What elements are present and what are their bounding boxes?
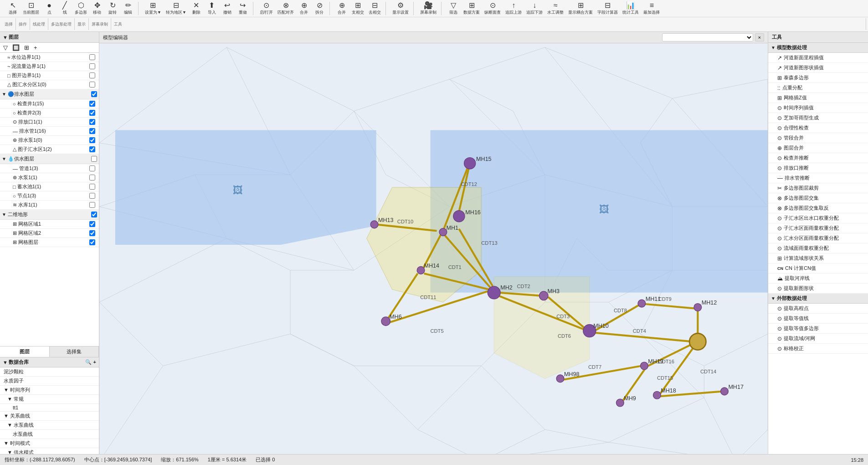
water-supply-section-header[interactable]: ▼ 💧 供水图层: [0, 154, 99, 164]
node-MH1[interactable]: [439, 228, 447, 236]
tab-layer[interactable]: 图层: [0, 346, 50, 357]
canvas-svg[interactable]: CDT12 CDT10 CDT1 CDT13 CDT11 CDT5 CDT2 C…: [99, 43, 768, 465]
right-extract-contour[interactable]: ⊙ 提取等值线: [768, 314, 868, 324]
layer-outfall[interactable]: ⊙ 排放口1(1): [0, 118, 99, 127]
data-pump-curve2[interactable]: 水泵曲线: [0, 430, 99, 439]
right-subcatch-outlet[interactable]: ⊙ 子汇水区出水口权重分配: [768, 213, 868, 223]
point-tool-btn[interactable]: ● 点: [42, 1, 56, 16]
right-polygon-intersect[interactable]: ⊗ 多边形图层交集: [768, 193, 868, 203]
water-adjust-btn[interactable]: ≈ 水工调整: [545, 1, 565, 16]
current-layer-btn[interactable]: ⊡ 当前图层: [21, 1, 41, 16]
layer-subcatchment[interactable]: △ 图子汇水区1(2): [0, 145, 99, 154]
data-sediment[interactable]: 泥沙颗粒: [0, 367, 99, 377]
node-outlet[interactable]: [689, 333, 706, 350]
open-boundary-check[interactable]: [89, 72, 95, 78]
right-extract-watershed[interactable]: ⊙ 提取流域/河网: [768, 334, 868, 344]
right-outfall-infer[interactable]: ⊙ 排放口推断: [768, 163, 868, 173]
mud-boundary-check[interactable]: [89, 63, 95, 69]
section-check-btn[interactable]: ⊙ 纵断面查: [483, 1, 503, 16]
right-pipe-merge[interactable]: ⊙ 管段合并: [768, 133, 868, 143]
import-btn[interactable]: ⬆ 导入: [205, 1, 219, 16]
layer-supply-pump[interactable]: ⊛ 水泵1(1): [0, 173, 99, 182]
stat-calc-btn[interactable]: 📊 统计工具: [621, 1, 641, 16]
pump-check[interactable]: [89, 137, 95, 143]
data-water-quality[interactable]: 水质因子: [0, 377, 99, 386]
water-boundary-check[interactable]: [89, 54, 95, 60]
data-add-btn[interactable]: +: [93, 359, 96, 365]
right-polygon-intersect-inv[interactable]: ⊗ 多边形图层交集取反: [768, 203, 868, 213]
layer-grid-layer[interactable]: ⊞ 网格图层: [0, 238, 99, 247]
canvas-area[interactable]: CDT12 CDT10 CDT1 CDT13 CDT11 CDT5 CDT2 C…: [99, 43, 768, 465]
combine-btn[interactable]: ⊕ 合并: [297, 1, 311, 16]
manhole2-check[interactable]: [89, 110, 95, 116]
convert-region-btn[interactable]: ⊟ 转为地区▼: [164, 1, 188, 16]
drainage-section-header[interactable]: ▼ 🔵 排水图层: [0, 89, 99, 99]
right-chicago-rain[interactable]: ⊙ 芝加哥雨型生成: [768, 113, 868, 123]
right-extract-contour-polygon[interactable]: ⊙ 提取等值多边形: [768, 324, 868, 334]
layer-grid1[interactable]: ⊞ 网格区域1: [0, 220, 99, 229]
layer-grid2[interactable]: ⊞ 网格区域2: [0, 229, 99, 238]
manhole1-check[interactable]: [89, 101, 95, 107]
outfall-check[interactable]: [89, 119, 95, 125]
drainage-section-check[interactable]: [91, 91, 97, 97]
node-MH15[interactable]: [464, 158, 476, 169]
select-tool-btn[interactable]: ↖ 选择: [5, 1, 20, 16]
right-river-elevation[interactable]: ↗ 河道新面里程插值: [768, 53, 868, 63]
right-layer-merge[interactable]: ⊕ 图层合并: [768, 143, 868, 153]
trace-down-btn[interactable]: ↓ 追踪下游: [524, 1, 544, 16]
trace-up-btn[interactable]: ↑ 追踪上游: [503, 1, 524, 16]
right-grid-correct[interactable]: ⊙ 标格校正: [768, 344, 868, 354]
node-MH13[interactable]: [370, 221, 378, 228]
right-extract-elevation[interactable]: ⊙ 提取高程点: [768, 304, 868, 314]
data-relations[interactable]: ▼ 关系曲线: [0, 412, 99, 421]
header-close-btn[interactable]: ×: [755, 33, 764, 41]
layer-collapse-btn[interactable]: 🔲: [11, 44, 21, 52]
display-coupled-btn[interactable]: ⊞ 显示耦合方案: [566, 1, 595, 16]
data-time-series[interactable]: ▼ 时间序列: [0, 386, 99, 395]
layer-manhole1[interactable]: ○ 检查井1(15): [0, 99, 99, 108]
node-MH6[interactable]: [381, 317, 390, 326]
data-tt1[interactable]: tt1: [0, 404, 99, 412]
display-settings-btn[interactable]: ⚙ 显示设置: [390, 1, 411, 16]
layer-lake[interactable]: ≋ 水库1(1): [0, 201, 99, 210]
node-MH14[interactable]: [417, 267, 425, 274]
set-as-btn[interactable]: ⊞ 设置为▼: [143, 1, 163, 16]
filter-btn[interactable]: ▽ 筛选: [446, 1, 461, 16]
layer-pipe[interactable]: — 排水管1(16): [0, 127, 99, 136]
right-pipe-infer[interactable]: — 排水管推断: [768, 173, 868, 183]
layer-filter-btn[interactable]: ▽: [2, 44, 9, 52]
tab-selection[interactable]: 选择集: [50, 346, 99, 357]
node-MH98[interactable]: [556, 375, 564, 382]
terrain-section-header[interactable]: ▼ 二维地形: [0, 210, 99, 220]
node-MH9[interactable]: [616, 399, 624, 407]
data-normal[interactable]: ▼ 常规: [0, 395, 99, 404]
delete-btn[interactable]: ✕ 删除: [189, 1, 204, 16]
right-check-infer[interactable]: ⊙ 检查并推断: [768, 153, 868, 163]
data-scheme-btn[interactable]: ⊞ 数据方案: [462, 1, 482, 16]
layer-supply-pipe[interactable]: — 管道1(3): [0, 164, 99, 173]
data-pump-curve[interactable]: ▼ 水泵曲线: [0, 421, 99, 430]
polygon-tool-btn[interactable]: ⬡ 多边形: [73, 1, 89, 16]
reservoir-check[interactable]: [89, 184, 95, 190]
node-MH12[interactable]: [694, 304, 702, 311]
layer-mud-boundary[interactable]: ~ 泥流量边界1(1): [0, 62, 99, 71]
data-time-pattern[interactable]: ▼ 时间模式: [0, 439, 99, 448]
node-MH19[interactable]: [641, 362, 648, 370]
layer-reservoir[interactable]: □ 蓄水池1(1): [0, 182, 99, 191]
node-MH16[interactable]: [453, 211, 465, 222]
layer-add-btn[interactable]: +: [32, 44, 39, 52]
layer-supply-node[interactable]: ○ 节点1(3): [0, 191, 99, 201]
layer-pump[interactable]: ⊛ 排水泵1(0): [0, 136, 99, 145]
water-supply-check[interactable]: [91, 156, 97, 162]
supply-pump-check[interactable]: [89, 175, 95, 181]
data-expand-icon[interactable]: ▼: [3, 360, 8, 365]
supply-node-check[interactable]: [89, 193, 95, 199]
model-data-section-header[interactable]: ▼ 模型数据处理: [768, 43, 868, 53]
more-tools-btn[interactable]: ≡ 最加选择: [642, 1, 662, 16]
grid2-check[interactable]: [89, 230, 95, 236]
right-basin-shape[interactable]: ⊞ 计算流域形状关系: [768, 253, 868, 264]
right-cn-calc[interactable]: CN CN 计算CN值: [768, 264, 868, 274]
external-data-section-header[interactable]: ▼ 外部数据处理: [768, 294, 868, 304]
lake-check[interactable]: [89, 202, 95, 208]
pipe-check[interactable]: [89, 128, 95, 134]
